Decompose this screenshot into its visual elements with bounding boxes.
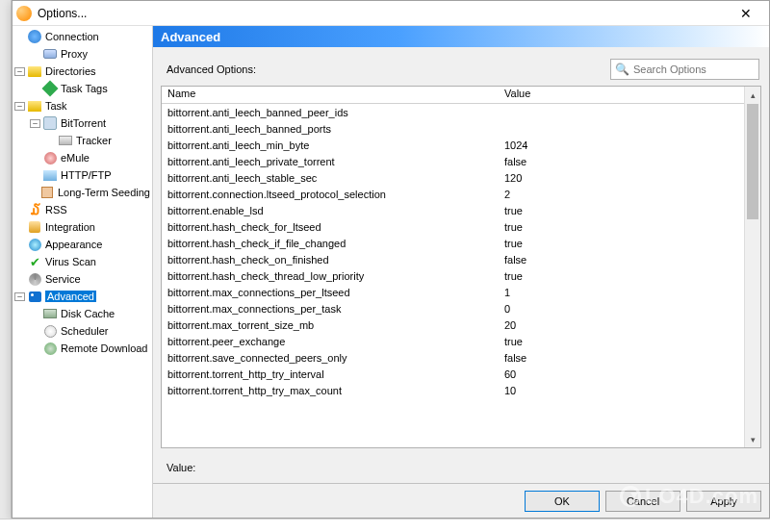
table-inner: Name Value bittorrent.anti_leech_banned_… [162,87,744,447]
table-body: bittorrent.anti_leech_banned_peer_idsbit… [162,104,744,398]
sidebar-item-service[interactable]: Service [13,270,152,288]
ok-button[interactable]: OK [525,491,600,512]
sidebar-item-proxy[interactable]: Proxy [13,45,152,63]
search-options-box[interactable]: 🔍 [610,59,759,80]
option-name-cell: bittorrent.max_torrent_size_mb [162,319,499,331]
globe-icon [27,29,42,44]
tree-expander-icon[interactable]: − [14,102,25,111]
sidebar-item-label: HTTP/FTP [61,169,112,181]
advanced-options-label: Advanced Options: [167,63,256,75]
sidebar-item-appearance[interactable]: Appearance [13,236,152,253]
table-row[interactable]: bittorrent.anti_leech_banned_peer_ids [162,104,744,120]
sidebar-item-http-ftp[interactable]: HTTP/FTP [13,166,152,184]
sidebar-item-long-term-seeding[interactable]: Long-Term Seeding [13,184,152,201]
sidebar-item-task-tags[interactable]: Task Tags [13,80,152,97]
option-value-cell: 10 [499,385,744,396]
close-button[interactable]: ✕ [727,3,765,24]
sidebar-item-label: Tracker [76,135,112,146]
column-name-header[interactable]: Name [162,87,499,103]
http-icon [42,167,58,183]
scroll-thumb[interactable] [747,104,758,219]
table-row[interactable]: bittorrent.anti_leech_min_byte1024 [162,137,744,153]
page-title: Advanced [153,26,769,47]
sidebar-item-label: BitTorrent [61,117,106,129]
int-icon [27,219,42,235]
tree-expander-icon[interactable]: − [30,119,40,128]
table-header: Name Value [162,87,744,104]
sidebar-item-disk-cache[interactable]: Disk Cache [13,305,152,322]
sidebar-item-connection[interactable]: Connection [13,28,152,45]
sidebar-item-remote-download[interactable]: Remote Download [13,340,152,357]
window-title: Options... [38,7,727,20]
disk-icon [42,306,58,321]
option-value-cell: true [499,205,744,216]
sidebar-item-task[interactable]: −Task [13,97,152,114]
table-row[interactable]: bittorrent.hash_check_on_finishedfalse [162,251,744,267]
table-row[interactable]: bittorrent.anti_leech_private_torrentfal… [162,153,744,169]
tree-expander-icon[interactable]: − [14,292,25,301]
table-row[interactable]: bittorrent.save_connected_peers_onlyfals… [162,349,744,366]
option-name-cell: bittorrent.anti_leech_stable_sec [162,172,499,184]
option-value-cell: true [499,336,744,347]
table-row[interactable]: bittorrent.peer_exchangetrue [162,333,744,349]
bt-icon [42,115,58,131]
table-row[interactable]: bittorrent.max_connections_per_ltseed1 [162,284,744,300]
tree-expander-icon[interactable]: − [14,67,25,76]
option-value-cell: 120 [499,172,744,184]
column-value-header[interactable]: Value [499,87,744,103]
scroll-up-icon[interactable]: ▴ [745,87,760,103]
option-name-cell: bittorrent.connection.ltseed_protocol_se… [162,189,499,200]
sidebar-item-label: Integration [45,221,95,233]
table-row[interactable]: bittorrent.anti_leech_banned_ports [162,120,744,137]
sched-icon [42,323,58,339]
option-value-cell: 2 [499,189,744,200]
search-icon: 🔍 [615,63,629,76]
search-input[interactable] [633,63,766,75]
table-row[interactable]: bittorrent.hash_check_thread_low_priorit… [162,267,744,284]
table-row[interactable]: bittorrent.connection.ltseed_protocol_se… [162,186,744,202]
option-name-cell: bittorrent.anti_leech_banned_peer_ids [162,107,499,118]
apply-button[interactable]: Apply [686,491,761,512]
background-app-strip [0,0,12,519]
sidebar-item-integration[interactable]: Integration [13,218,152,236]
sidebar-item-scheduler[interactable]: Scheduler [13,322,152,340]
sidebar-tree: ConnectionProxy−DirectoriesTask Tags−Tas… [13,26,153,518]
table-row[interactable]: bittorrent.enable_lsdtrue [162,202,744,218]
sidebar-item-emule[interactable]: eMule [13,149,152,166]
option-value-cell: 20 [499,319,744,331]
sidebar-item-label: Connection [45,31,99,42]
tag-icon [42,81,58,96]
sidebar-item-label: Directories [45,65,96,77]
option-name-cell: bittorrent.enable_lsd [162,205,499,216]
table-row[interactable]: bittorrent.max_connections_per_task0 [162,300,744,317]
sidebar-item-directories[interactable]: −Directories [13,63,152,80]
sidebar-item-label: Advanced [45,291,96,302]
table-row[interactable]: bittorrent.torrent_http_try_interval60 [162,366,744,382]
scroll-down-icon[interactable]: ▾ [745,431,760,447]
option-value-cell: true [499,270,744,282]
sidebar-item-bittorrent[interactable]: −BitTorrent [13,114,152,132]
emule-icon [42,150,58,165]
app-icon [16,6,32,21]
table-row[interactable]: bittorrent.hash_check_if_file_changedtru… [162,235,744,251]
titlebar: Options... ✕ [13,1,769,26]
vertical-scrollbar[interactable]: ▴ ▾ [744,87,760,447]
sidebar-item-advanced[interactable]: −Advanced [13,288,152,305]
table-row[interactable]: bittorrent.anti_leech_stable_sec120 [162,169,744,186]
option-name-cell: bittorrent.anti_leech_min_byte [162,139,499,151]
sidebar-item-rss[interactable]: ໓RSS [13,201,152,218]
sidebar-item-label: RSS [45,204,67,215]
sidebar-item-label: Task Tags [61,83,108,94]
table-row[interactable]: bittorrent.torrent_http_try_max_count10 [162,382,744,398]
table-row[interactable]: bittorrent.hash_check_for_ltseedtrue [162,218,744,235]
option-value-cell: 60 [499,368,744,380]
sidebar-item-tracker[interactable]: Tracker [13,132,152,149]
options-dialog: Options... ✕ ConnectionProxy−Directories… [12,0,770,519]
sidebar-item-label: Scheduler [61,325,109,337]
option-value-cell: 1024 [499,139,744,151]
sidebar-item-label: Task [45,100,67,112]
table-row[interactable]: bittorrent.max_torrent_size_mb20 [162,317,744,333]
sidebar-item-virus-scan[interactable]: ✔Virus Scan [13,253,152,270]
sidebar-item-label: Remote Download [61,342,148,354]
cancel-button[interactable]: Cancel [605,491,680,512]
